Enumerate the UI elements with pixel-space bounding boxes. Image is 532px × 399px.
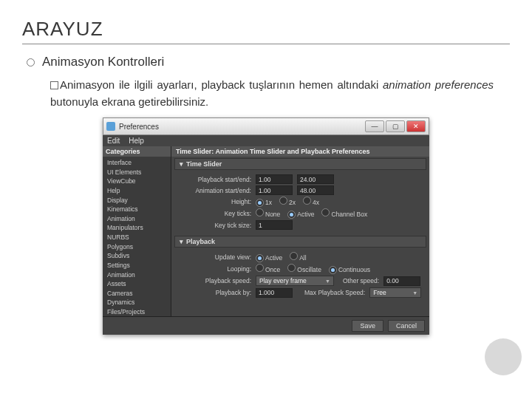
disclosure-icon: ▾ — [180, 160, 183, 168]
sidebar-item[interactable]: Animation — [103, 270, 171, 280]
radio-label: Active — [297, 211, 314, 218]
radio-button[interactable] — [256, 254, 264, 262]
anim-start-field[interactable]: 1.00 — [256, 185, 293, 195]
radio-button[interactable] — [321, 208, 330, 216]
cancel-button[interactable]: Cancel — [388, 320, 425, 332]
menu-help[interactable]: Help — [129, 137, 144, 145]
sidebar-item[interactable]: Files/Projects — [103, 307, 171, 316]
main-header: Time Slider: Animation Time Slider and P… — [171, 146, 429, 157]
section-playback-title[interactable]: ▾ Playback — [174, 236, 426, 248]
chevron-down-icon: ▼ — [325, 279, 330, 284]
sidebar-item[interactable]: Assets — [103, 279, 171, 289]
disclosure-icon: ▾ — [180, 238, 183, 245]
menu-edit[interactable]: Edit — [107, 137, 120, 145]
radio-label: Channel Box — [331, 211, 367, 218]
radio-label: 2x — [289, 199, 296, 206]
sidebar-item[interactable]: Polygons — [103, 242, 171, 252]
bullet-icon — [27, 58, 35, 66]
sidebar-item[interactable]: Display — [103, 196, 171, 205]
categories-sidebar: Categories InterfaceUI ElementsViewCubeH… — [103, 146, 171, 316]
close-button[interactable]: ✕ — [406, 120, 426, 132]
sidebar-header: Categories — [103, 146, 171, 157]
section-label: Time Slider — [186, 160, 222, 168]
sub-bullet: Animasyon ile ilgili ayarları, playback … — [50, 77, 494, 110]
sub-mid: butonuyla ekrana getirebilirsiniz. — [50, 95, 208, 108]
sidebar-item[interactable]: Dynamics — [103, 298, 171, 307]
speed-dropdown[interactable]: Play every frame▼ — [256, 276, 334, 286]
sidebar-item[interactable]: Interface — [103, 158, 171, 168]
radio-label: 1x — [265, 199, 272, 206]
radio-button[interactable] — [290, 252, 298, 260]
radio-button[interactable] — [256, 264, 264, 272]
section-time-slider-title[interactable]: ▾ Time Slider — [174, 158, 426, 170]
radio-button[interactable] — [256, 199, 264, 207]
anim-start-label: Animation start/end: — [176, 187, 251, 194]
radio-label: None — [265, 211, 280, 218]
height-row: Height: 1x2x4x — [176, 197, 425, 207]
sidebar-item[interactable]: Manipulators — [103, 223, 171, 233]
keyticks-row: Key ticks: NoneActiveChannel Box — [176, 208, 425, 219]
decorative-circle — [485, 338, 522, 375]
main-panel: Time Slider: Animation Time Slider and P… — [171, 146, 429, 316]
bullet-level1: Animasyon Kontrolleri — [27, 55, 510, 69]
playback-end-field[interactable]: 24.00 — [297, 174, 334, 184]
square-bullet-icon — [50, 81, 58, 89]
keyticksize-label: Key tick size: — [176, 222, 251, 229]
radio-button[interactable] — [256, 208, 264, 216]
playback-start-label: Playback start/end: — [176, 176, 251, 183]
window-titlebar[interactable]: Preferences — ▢ ✕ — [103, 117, 429, 135]
dialog-buttons: Save Cancel — [103, 316, 429, 335]
radio-button[interactable] — [329, 266, 337, 274]
keyticks-label: Key ticks: — [176, 210, 251, 217]
section-time-slider-body: Playback start/end: 1.00 24.00 Animation… — [171, 171, 429, 234]
sub-em: animation preferences — [383, 78, 494, 91]
sidebar-item[interactable]: Cameras — [103, 289, 171, 299]
menubar: Edit Help — [103, 135, 429, 146]
radio-button[interactable] — [287, 211, 296, 219]
chevron-down-icon: ▼ — [412, 290, 417, 296]
height-label: Height: — [176, 198, 251, 205]
app-icon — [106, 122, 115, 131]
maxby-value: Free — [373, 289, 386, 296]
bullet-text: Animasyon Kontrolleri — [42, 55, 164, 69]
radio-label: 4x — [313, 199, 319, 206]
sidebar-item[interactable]: Subdivs — [103, 251, 171, 261]
sidebar-item[interactable]: ViewCube — [103, 177, 171, 186]
sub-pre: Animasyon — [60, 78, 115, 91]
save-button[interactable]: Save — [352, 320, 383, 332]
sidebar-item[interactable]: Help — [103, 186, 171, 196]
radio-label: Active — [265, 254, 282, 262]
updateview-label: Update view: — [176, 253, 251, 261]
sub-rest: ile ilgili ayarları, playback tuşlarının… — [115, 78, 383, 91]
speed-label: Playback speed: — [176, 277, 251, 284]
playbackby-label: Playback by: — [176, 289, 251, 296]
slide-title: ARAYUZ — [22, 18, 510, 44]
sidebar-item[interactable]: Settings — [103, 261, 171, 270]
maximize-button[interactable]: ▢ — [386, 120, 405, 132]
speed-value: Play every frame — [259, 277, 307, 284]
sidebar-list[interactable]: InterfaceUI ElementsViewCubeHelpDisplayK… — [103, 157, 171, 316]
preferences-window: Preferences — ▢ ✕ Edit Help Categories I… — [103, 117, 429, 335]
otherspeed-label: Other speed: — [343, 277, 379, 284]
radio-label: Oscillate — [297, 266, 321, 273]
radio-button[interactable] — [303, 197, 311, 205]
radio-label: Once — [265, 266, 280, 273]
playbackby-field[interactable]: 1.000 — [256, 288, 293, 298]
maxby-dropdown[interactable]: Free▼ — [369, 287, 421, 298]
section-playback-body: Update view: ActiveAll Looping: OnceOsci… — [171, 249, 429, 302]
sidebar-item[interactable]: Kinematics — [103, 205, 171, 214]
sidebar-item[interactable]: UI Elements — [103, 168, 171, 177]
sidebar-item[interactable]: Animation — [103, 214, 171, 224]
radio-button[interactable] — [279, 197, 287, 205]
radio-button[interactable] — [287, 264, 296, 272]
keyticksize-field[interactable]: 1 — [256, 220, 293, 230]
minimize-button[interactable]: — — [365, 120, 384, 132]
radio-label: All — [299, 254, 306, 262]
section-label: Playback — [186, 238, 215, 245]
playback-start-field[interactable]: 1.00 — [256, 174, 293, 184]
anim-end-field[interactable]: 48.00 — [297, 185, 334, 195]
radio-label: Continuous — [338, 266, 370, 273]
looping-label: Looping: — [176, 265, 251, 273]
otherspeed-field[interactable]: 0.00 — [383, 276, 420, 286]
sidebar-item[interactable]: NURBS — [103, 233, 171, 242]
